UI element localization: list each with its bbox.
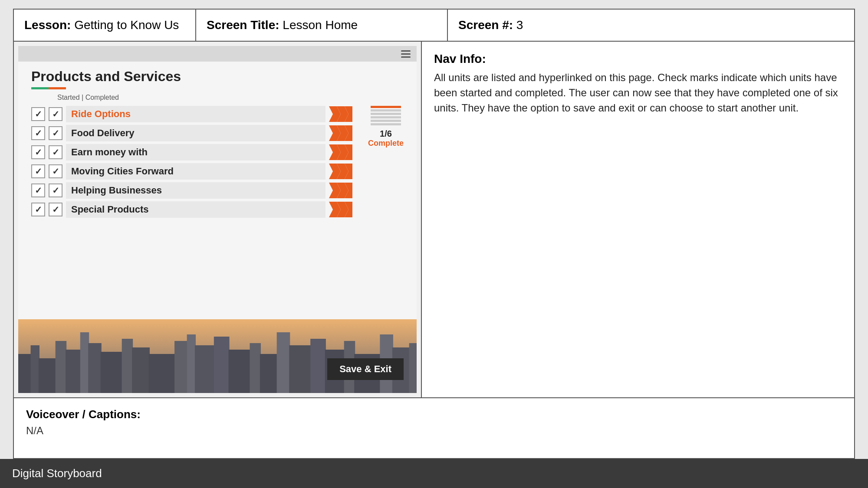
table-row: ✓ ✓ Food Delivery (31, 125, 352, 141)
nav-title: Nav Info: (434, 52, 842, 66)
city-skyline (18, 319, 417, 393)
double-chevron-icon (329, 144, 352, 160)
completed-check-1: ✓ (49, 107, 62, 121)
lesson-value: Getting to Know Us (74, 18, 179, 32)
footer: Digital Storyboard (0, 459, 868, 488)
started-check-6: ✓ (31, 203, 45, 216)
header-row: Lesson: Getting to Know Us Screen Title:… (13, 9, 855, 42)
mock-content: Products and Services Started | Complete… (18, 62, 417, 393)
mock-topbar (18, 46, 417, 62)
svg-rect-33 (214, 337, 230, 393)
svg-rect-38 (289, 345, 311, 393)
footer-label: Digital Storyboard (12, 467, 102, 480)
svg-rect-45 (409, 343, 417, 393)
svg-rect-19 (18, 354, 32, 393)
voiceover-body: N/A (26, 425, 842, 437)
completed-check-5: ✓ (49, 183, 62, 197)
screen-num-label: Screen #: (458, 18, 513, 32)
screen-title-value: Lesson Home (283, 18, 358, 32)
screen-title-cell: Screen Title: Lesson Home (196, 10, 448, 41)
svg-rect-30 (174, 341, 188, 393)
double-chevron-icon (329, 183, 352, 198)
unit-arrow-1[interactable] (329, 106, 352, 122)
nav-body: All units are listed and hyperlinked on … (434, 70, 842, 115)
double-chevron-icon (329, 202, 352, 217)
svg-rect-25 (88, 343, 102, 393)
preview-panel: Products and Services Started | Complete… (14, 42, 422, 397)
completed-check-4: ✓ (49, 164, 62, 178)
voiceover-row: Voiceover / Captions: N/A (13, 398, 855, 459)
table-row: ✓ ✓ Earn money with (31, 144, 352, 160)
svg-rect-21 (39, 358, 56, 393)
products-title: Products and Services (31, 69, 404, 85)
lesson-label: Lesson: (24, 18, 71, 32)
progress-area: 1/6 Complete (368, 106, 404, 148)
completed-check-2: ✓ (49, 126, 62, 140)
table-row: ✓ ✓ Moving Cities Forward (31, 163, 352, 180)
units-list: ✓ ✓ Ride Options (31, 106, 352, 218)
unit-arrow-2[interactable] (329, 125, 352, 141)
mock-screen: Products and Services Started | Complete… (18, 46, 417, 393)
screen-title-label: Screen Title: (207, 18, 279, 32)
svg-rect-29 (149, 354, 175, 393)
svg-rect-23 (66, 350, 81, 393)
unit-label-3[interactable]: Earn money with (66, 144, 326, 160)
unit-arrow-3[interactable] (329, 144, 352, 160)
unit-label-5[interactable]: Helping Businesses (66, 182, 326, 199)
unit-label-6[interactable]: Special Products (66, 201, 326, 218)
lesson-cell: Lesson: Getting to Know Us (14, 10, 196, 41)
unit-arrow-6[interactable] (329, 202, 352, 217)
unit-label-1[interactable]: Ride Options (66, 106, 326, 122)
started-completed-label: Started | Completed (57, 94, 404, 102)
content-row: Products and Services Started | Complete… (13, 42, 855, 398)
screen-num-value: 3 (516, 18, 523, 32)
started-check-5: ✓ (31, 183, 45, 197)
svg-rect-36 (260, 354, 278, 393)
started-check-4: ✓ (31, 164, 45, 178)
double-chevron-icon (329, 164, 352, 179)
unit-arrow-5[interactable] (329, 183, 352, 198)
double-chevron-icon (329, 125, 352, 141)
svg-rect-26 (101, 352, 123, 393)
completed-check-6: ✓ (49, 203, 62, 216)
voiceover-title: Voiceover / Captions: (26, 408, 842, 421)
started-check-2: ✓ (31, 126, 45, 140)
table-row: ✓ ✓ Ride Options (31, 106, 352, 122)
underline-bar (31, 87, 66, 89)
started-check-1: ✓ (31, 107, 45, 121)
progress-label: Complete (368, 139, 404, 148)
svg-rect-31 (187, 334, 196, 393)
double-chevron-icon (329, 106, 352, 122)
completed-check-3: ✓ (49, 145, 62, 159)
svg-rect-34 (229, 350, 251, 393)
svg-rect-22 (56, 341, 66, 393)
progress-fraction: 1/6 (380, 129, 392, 139)
table-row: ✓ ✓ Special Products (31, 201, 352, 218)
svg-rect-39 (310, 339, 326, 393)
hamburger-icon (401, 50, 411, 58)
table-row: ✓ ✓ Helping Businesses (31, 182, 352, 199)
svg-rect-32 (195, 345, 215, 393)
started-check-3: ✓ (31, 145, 45, 159)
svg-rect-37 (277, 332, 290, 393)
svg-rect-20 (31, 345, 39, 393)
svg-rect-24 (80, 332, 89, 393)
save-exit-button[interactable]: Save & Exit (327, 358, 404, 380)
unit-label-2[interactable]: Food Delivery (66, 125, 326, 141)
unit-label-4[interactable]: Moving Cities Forward (66, 163, 326, 180)
svg-rect-35 (250, 343, 261, 393)
storyboard: Lesson: Getting to Know Us Screen Title:… (13, 9, 855, 459)
svg-rect-28 (132, 347, 150, 393)
svg-rect-27 (122, 339, 133, 393)
nav-panel: Nav Info: All units are listed and hyper… (422, 42, 854, 397)
screen-num-cell: Screen #: 3 (448, 10, 854, 41)
unit-arrow-4[interactable] (329, 164, 352, 179)
